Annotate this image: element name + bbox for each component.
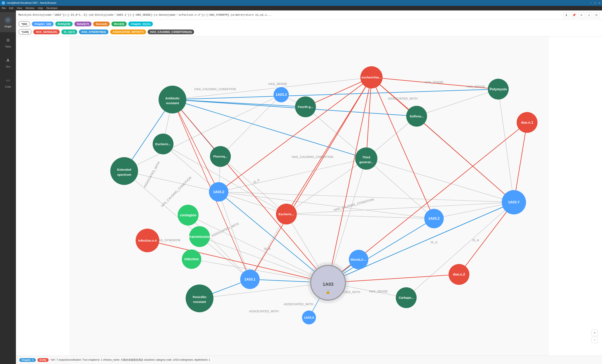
edge-label: HAS_CAUSING_CONDITION [194,87,236,91]
refresh-button[interactable]: ⟳ [594,12,600,18]
node-label-1A03.Z: 1A03.Z [428,217,440,220]
node-label-penicillin-resistant: Penicillin [193,295,206,299]
pill-has-synonym[interactable]: HAS_SYNONYM(3) [79,30,108,34]
node-label-due-n1: due.n.1 [521,121,533,125]
status-entity-pill[interactable]: Entity [37,358,49,362]
node-label-extended-spectrum: Extended [117,168,131,171]
code-icon: </> [4,77,12,84]
node-label-extended-spectrum-2: spectrum [117,173,131,176]
edge-label: IS_A [472,238,479,242]
node-label-polymyxin: Polymyxin [490,87,507,91]
node-label-infection-n4: infection.n.4 [138,239,157,242]
edge-label: HAS_SENSE [369,290,388,293]
graph-svg: HAS_CAUSING_CONDITION HAS_SENSE HAS_SENS… [16,36,602,356]
node-label-escherichia-top: escherichia... [362,75,381,79]
node-label-1A03.3: 1A03.3 [276,93,287,97]
pill-sense[interactable]: Sense(4) [93,21,109,26]
graph-area[interactable]: HAS_CAUSING_CONDITION HAS_SENSE HAS_SENS… [16,36,602,356]
pill-has-causing[interactable]: HAS_CAUSING_CONDITION(18) [148,30,194,34]
edge-label: HAS_SENSE [268,82,287,85]
right-panel: Match(e1:Entity{code:'1A03'})←[:IS_A*1..… [16,10,602,364]
pill-all-nodes[interactable]: *(62) [18,21,30,27]
status-bar: Chapter_1 Entity <id>: 7 anypostcoordina… [16,356,602,364]
node-lock-icon: 🔒 [326,290,330,294]
edge-label: IS_A [430,240,437,244]
pill-chapter21[interactable]: Chapter_21(11) [128,21,153,26]
edge-label: HAS_SENSE [466,85,485,88]
sidebar-label-text: Text [6,65,10,68]
menu-help[interactable]: Help [38,7,43,10]
graph-icon: ⬡ [4,16,12,24]
node-label-fluoroq: Fluoroq... [213,155,228,158]
table-icon: ⊞ [4,36,12,44]
node-label-escherich-mid: Escheric... [279,212,294,216]
zoom-controls: + − [591,330,598,343]
node-label-1A03.Y: 1A03.Y [508,200,519,204]
menubar: File Edit View Window Help Developer [0,6,602,10]
edge-label: ASSOCIATED_WITH [249,309,279,313]
sidebar-item-table[interactable]: ⊞ Table [0,32,16,52]
menu-window[interactable]: Window [26,7,34,10]
node-label-penicillin-resistant-2: resistant [193,300,206,303]
pin-button[interactable]: 📌 [571,12,577,18]
close-button[interactable]: × [599,1,600,5]
main-layout: ⬡ Graph ⊞ Table A Text </> Code Match(e1… [0,10,602,364]
menu-file[interactable]: File [2,7,6,10]
zoom-in-button[interactable]: + [591,330,598,336]
node-label-transmission: transmission [189,235,210,239]
node-label-sulfonamide: Sulfona... [409,114,424,118]
menu-edit[interactable]: Edit [9,7,13,10]
pill-associated-with[interactable]: ASSOCIATED_WITH(77) [110,30,146,34]
sidebar-item-graph[interactable]: ⬡ Graph [0,12,16,32]
sidebar-item-code[interactable]: </> Code [0,72,16,93]
titlebar: neo4j@bolt://localhost:7687 - Neo4j Brow… [0,0,602,6]
node-label-infection: infection [184,257,199,261]
node-label-blockl2: BlockL2-... [351,258,366,261]
query-actions: ⬇ 📌 ✕ ∧ ⟳ [563,12,600,18]
sidebar-label-code: Code [5,85,11,88]
node-label-1A03.1: 1A03.1 [244,277,256,281]
pill-all-edges[interactable]: *(140) [18,29,32,35]
pill-is-a[interactable]: IS_A(17) [61,30,77,34]
close-result-button[interactable]: ✕ [579,12,584,18]
edge-label: IS_A [264,247,270,250]
zoom-out-button[interactable]: − [591,337,598,343]
pill-has-sense[interactable]: HAS_SENSE(25) [33,30,60,34]
pill-detail[interactable]: Detail(17) [74,21,92,26]
tag-row-2: *(140) HAS_SENSE(25) IS_A(17) HAS_SYNONY… [18,29,600,35]
edge-label: HAS_SENSE [425,80,443,84]
titlebar-controls: − □ × [590,1,600,5]
sidebar-label-graph: Graph [4,25,11,28]
node-label-antibiotic-resistant: Antibiotic [165,96,180,100]
titlebar-left: neo4j@bolt://localhost:7687 - Neo4j Brow… [2,1,56,5]
pill-chapter1[interactable]: Chapter_1(8) [32,21,54,26]
query-text: Match(e1:Entity{code:'1A03'})←[:IS_A*1..… [18,13,562,17]
sidebar-item-text[interactable]: A Text [0,52,16,72]
pill-entity[interactable]: Entity(19) [55,21,73,26]
node-label-carbape: Carbape... [399,296,414,299]
minimize-button[interactable]: − [590,1,592,5]
pill-word[interactable]: Word(3) [111,21,127,26]
menu-view[interactable]: View [17,7,22,10]
tag-bar: *(62) Chapter_1(8) Entity(19) Detail(17)… [16,20,602,36]
query-bar: Match(e1:Entity{code:'1A03'})←[:IS_A*1..… [16,10,602,20]
app-icon [2,1,5,5]
maximize-button[interactable]: □ [594,1,596,5]
node-label-third-gen-2: generat... [359,160,373,164]
node-label-1A03.0: 1A03.0 [304,316,314,319]
sidebar-label-table: Table [5,45,11,48]
tag-row-1: *(62) Chapter_1(8) Entity(19) Detail(17)… [18,21,600,27]
left-sidebar: ⬡ Graph ⊞ Table A Text </> Code [0,10,16,364]
status-chapter-pill[interactable]: Chapter_1 [19,358,36,362]
node-label-due-n2: due.n.2 [453,272,465,276]
edge-label: HAS_SYNONYM [156,238,180,242]
window-title: neo4j@bolt://localhost:7687 - Neo4j Brow… [7,1,56,4]
menu-developer[interactable]: Developer [46,7,58,10]
node-label-contagion: contagion [180,213,196,217]
expand-button[interactable]: ∧ [586,12,592,18]
text-icon: A [4,56,12,64]
node-label-1A03: 1A03 [323,281,333,287]
edge-label: ASSOCIATED_WITH [388,97,418,100]
download-button[interactable]: ⬇ [563,12,569,18]
node-label-antibiotic-resistant-2: resistant [166,101,179,105]
